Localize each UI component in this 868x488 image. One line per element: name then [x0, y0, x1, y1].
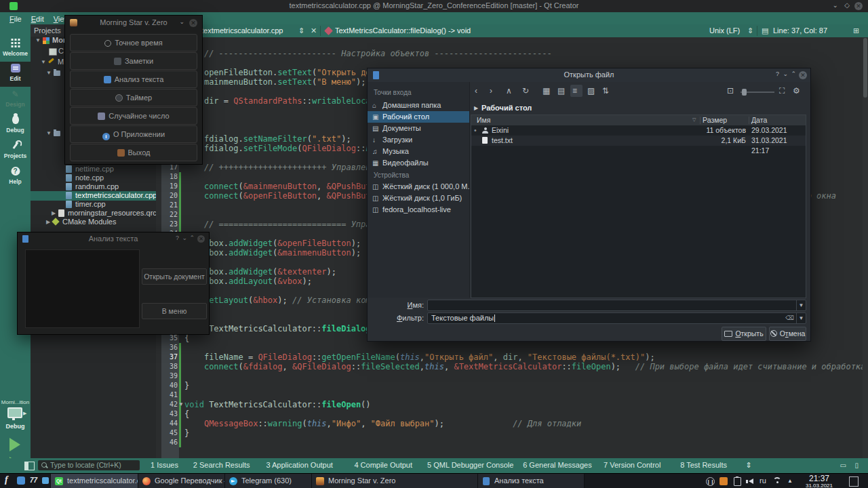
- preview-icon[interactable]: ▨: [587, 86, 595, 96]
- open-document-button[interactable]: Открыть документ: [142, 268, 207, 285]
- to-menu-button[interactable]: В меню: [142, 303, 207, 319]
- taskbar-app-5[interactable]: Анализ текста: [477, 474, 585, 488]
- cursor-position[interactable]: Line: 37, Col: 87: [773, 26, 827, 35]
- close-icon[interactable]: ✕: [799, 71, 807, 79]
- shade-icon[interactable]: ⌄: [179, 18, 184, 25]
- mode-debug[interactable]: Debug: [0, 113, 31, 138]
- place-видеофайлы[interactable]: ▦Видеофайлы: [368, 157, 469, 169]
- kit-selector-icon[interactable]: [7, 407, 22, 418]
- mode-help[interactable]: ?Help: [0, 165, 31, 190]
- editor-scrollbar-thumb[interactable]: [863, 38, 867, 98]
- chevron-down-icon[interactable]: ▼: [46, 130, 52, 136]
- output-pane-7[interactable]: 7 Version Control: [604, 461, 660, 469]
- open-button[interactable]: Открыть: [722, 327, 766, 341]
- output-pane-4[interactable]: 4 Compile Output: [354, 461, 412, 469]
- close-icon[interactable]: ✕: [854, 2, 863, 10]
- breadcrumb[interactable]: Рабочий стол: [481, 104, 532, 112]
- updates-tray-icon[interactable]: [719, 477, 728, 485]
- icons-view-icon[interactable]: ▦: [542, 86, 550, 96]
- device-жёсткий-диск-1-000-0-м-[interactable]: ◫Жёсткий диск (1 000,0 М...: [368, 181, 469, 192]
- sort-icon[interactable]: ⇅: [602, 86, 609, 96]
- file-row-test.txt[interactable]: test.txt2,1 КиБ31.03.2021 21:17: [471, 136, 806, 146]
- pause-tray-icon[interactable]: ❙❙: [706, 477, 715, 486]
- mode-projects[interactable]: Projects: [0, 139, 31, 164]
- file-row-eixini[interactable]: •Eixini11 объектов29.03.2021 19:14: [471, 125, 806, 136]
- output-pane-5[interactable]: 5 QML Debugger Console: [427, 461, 513, 469]
- ms-button-заметки[interactable]: Заметки: [70, 52, 197, 70]
- analysis-text-area[interactable]: [25, 249, 140, 328]
- right-panel-toggle-icon[interactable]: ▯: [854, 462, 859, 469]
- output-pane-3[interactable]: 3 Application Output: [266, 461, 332, 469]
- zoom-slider-thumb[interactable]: [742, 89, 747, 96]
- launcher-77-icon[interactable]: 77: [30, 476, 37, 484]
- up-icon[interactable]: ∧: [506, 86, 512, 96]
- ms-button-анализ-текста[interactable]: Анализ текста: [70, 70, 197, 88]
- shade-icon[interactable]: ⌄: [182, 235, 187, 241]
- place-загрузки[interactable]: ↓Загрузки: [368, 134, 469, 146]
- tree-item-textmetricscalculator-cpp[interactable]: textmetricscalculator.cpp: [31, 191, 156, 201]
- fold-marker-icon[interactable]: ▼: [178, 400, 184, 409]
- output-pane-6[interactable]: 6 General Messages: [523, 461, 592, 469]
- mode-edit[interactable]: Edit: [0, 62, 31, 87]
- taskbar-app-4[interactable]: Morning Star v. Zero: [311, 474, 478, 488]
- show-desktop-icon[interactable]: [849, 476, 859, 487]
- keyboard-layout[interactable]: ru: [760, 476, 766, 485]
- maximize-icon[interactable]: ◇: [844, 1, 850, 9]
- output-pane-8[interactable]: 8 Test Results: [680, 461, 727, 469]
- files-app-icon[interactable]: [17, 476, 25, 485]
- sidebar-toggle-icon[interactable]: [24, 462, 35, 470]
- expand-bullet[interactable]: •: [474, 125, 477, 136]
- device-fedora-localhost-live[interactable]: ◫fedora_localhost-live: [368, 204, 469, 216]
- mode-welcome[interactable]: Welcome: [0, 37, 31, 62]
- place-рабочий-стол[interactable]: ▣Рабочий стол: [368, 111, 469, 123]
- compact-view-icon[interactable]: ▤: [557, 86, 565, 96]
- locator-input[interactable]: Type to locate (Ctrl+K): [38, 460, 140, 470]
- filter-input[interactable]: Текстовые файлы ⌫ ▼: [427, 312, 806, 324]
- morning-star-titlebar[interactable]: Morning Star v. Zero ⌄ ✕: [65, 16, 202, 30]
- help-icon[interactable]: ?: [176, 235, 179, 241]
- zoom-select-icon[interactable]: ⛶: [779, 86, 785, 96]
- mode-design[interactable]: ✎Design: [0, 87, 31, 113]
- column-header-0[interactable]: Имя: [477, 116, 490, 124]
- tray-expand-icon[interactable]: ▲: [787, 478, 793, 484]
- place-документы[interactable]: ▤Документы: [368, 123, 469, 134]
- open-document-tab[interactable]: textmetricscalculator.cpp: [201, 26, 283, 35]
- chevron-down-icon[interactable]: ▼: [796, 300, 806, 310]
- kit-selector-arrow-icon[interactable]: ▶: [23, 411, 26, 416]
- more-icon[interactable]: ⌃: [189, 235, 195, 241]
- close-icon[interactable]: ✕: [197, 235, 205, 243]
- place-домашняя-папка[interactable]: ⌂Домашняя папка: [368, 100, 469, 111]
- volume-tray-icon[interactable]: [749, 479, 753, 484]
- help-icon[interactable]: ?: [776, 70, 779, 77]
- close-icon[interactable]: ✕: [189, 19, 197, 27]
- chevron-down-icon[interactable]: ▼: [41, 59, 46, 65]
- encoding-dropdown-icon[interactable]: ⇕: [747, 26, 753, 35]
- output-pane-2[interactable]: 2 Search Results: [193, 461, 250, 469]
- forward-icon[interactable]: ›: [490, 86, 492, 96]
- place-музыка[interactable]: ♫Музыка: [368, 146, 469, 157]
- encoding-selector[interactable]: Unix (LF): [709, 26, 740, 35]
- launcher-app-icon[interactable]: [42, 477, 49, 484]
- close-document-icon[interactable]: ✕: [311, 26, 317, 35]
- taskbar-app-3[interactable]: Telegram (630): [224, 474, 312, 488]
- ms-button-выход[interactable]: Выход: [70, 144, 197, 161]
- run-button[interactable]: [9, 438, 20, 451]
- wifi-tray-icon[interactable]: [773, 477, 781, 483]
- column-header-1[interactable]: Размер: [703, 116, 727, 124]
- chevron-down-icon[interactable]: ▼: [46, 70, 52, 76]
- taskbar-app-2[interactable]: Google Переводчик — Mozil...: [138, 474, 225, 488]
- chevron-right-icon[interactable]: ▶: [46, 219, 50, 225]
- output-pane-1[interactable]: 1 Issues: [151, 461, 178, 469]
- back-icon[interactable]: ‹: [475, 86, 477, 96]
- document-dropdown-icon[interactable]: ⇕: [298, 26, 304, 35]
- cancel-button[interactable]: Отмена: [769, 327, 806, 341]
- device-жёсткий-диск-1-0-гиб-[interactable]: ◫Жёсткий диск (1,0 ГиБ): [368, 192, 469, 204]
- clipboard-tray-icon[interactable]: [734, 477, 741, 486]
- symbol-dropdown[interactable]: TextMetricsCalculator::fileDialog() -> v…: [335, 26, 471, 35]
- minimize-icon[interactable]: ⌄: [833, 1, 838, 9]
- clock[interactable]: 21:37 31.03.2021: [799, 474, 840, 488]
- dialog-titlebar[interactable]: Открыть файл ? ⌄ ⌃ ✕: [368, 68, 810, 82]
- chevron-down-icon[interactable]: ▼: [796, 313, 806, 323]
- name-input[interactable]: ▼: [427, 300, 806, 311]
- clear-icon[interactable]: ⌫: [785, 314, 794, 321]
